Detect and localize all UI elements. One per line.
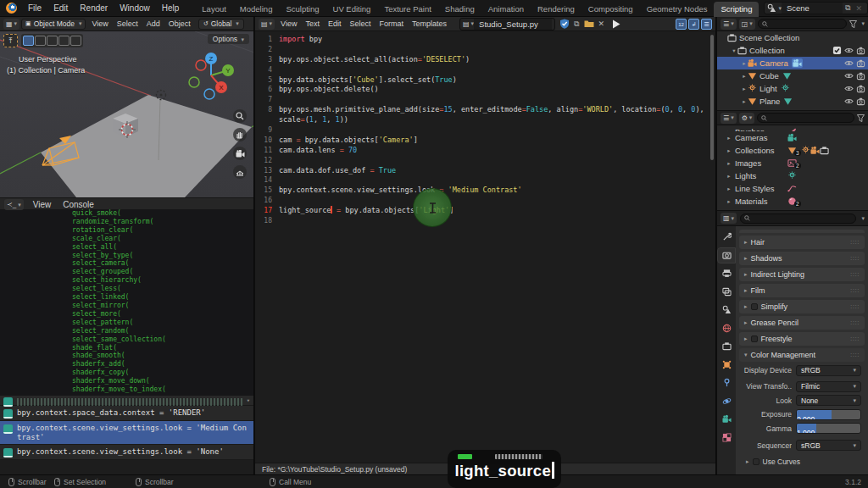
copy-icon[interactable]: ⧉ bbox=[843, 3, 853, 13]
autocomplete-suggestion[interactable]: quick_smoke( bbox=[0, 209, 253, 218]
scene-selector[interactable]: ▾ Scene ⧉ ✕ bbox=[764, 2, 868, 14]
expand-icon[interactable]: ▸ bbox=[726, 160, 732, 167]
panel-checkbox[interactable] bbox=[751, 336, 758, 342]
info-log-row[interactable]: bpy.context.scene.view_settings.look = '… bbox=[0, 445, 253, 460]
data-row-lights[interactable]: ▸Lights bbox=[717, 169, 868, 182]
checkbox-icon[interactable] bbox=[832, 46, 842, 55]
grid-toggle-icon[interactable] bbox=[233, 165, 247, 179]
autocomplete-suggestion[interactable]: shade_flat( bbox=[0, 344, 253, 352]
autocomplete-suggestion[interactable]: select_pattern( bbox=[0, 319, 253, 327]
viewport-menu-select[interactable]: Select bbox=[113, 19, 142, 28]
properties-tab-output-icon[interactable] bbox=[718, 266, 735, 280]
outliner-row-scene-collection[interactable]: Scene Collection bbox=[717, 31, 868, 44]
navigation-gizmo[interactable]: Z Y X bbox=[184, 50, 238, 104]
editor-type-3d-viewport-icon[interactable]: ▦▾ bbox=[3, 19, 19, 30]
autocomplete-suggestion[interactable]: select_hierarchy( bbox=[0, 276, 253, 285]
code-line[interactable]: 17light_source = bpy.data.objects['Light… bbox=[255, 206, 715, 216]
console-menu-console[interactable]: Console bbox=[57, 200, 100, 209]
code-line[interactable]: 10cam = bpy.data.objects['Camera'] bbox=[255, 136, 715, 146]
orientation-dropdown[interactable]: ↺ Global▾ bbox=[198, 19, 244, 30]
workspace-tab-sculpting[interactable]: Sculpting bbox=[279, 2, 326, 17]
look-dropdown[interactable]: None▾ bbox=[796, 395, 861, 406]
select-tool-button[interactable]: ⤒ bbox=[3, 34, 18, 47]
properties-tab-world-icon[interactable] bbox=[718, 321, 735, 336]
properties-tab-scene-icon[interactable] bbox=[718, 302, 735, 317]
workspace-tab-layout[interactable]: Layout bbox=[195, 2, 233, 17]
filter-icon[interactable] bbox=[857, 114, 865, 122]
info-log-row[interactable]: bpy.context.space_data.context = 'RENDER… bbox=[0, 406, 253, 421]
code-line[interactable]: 1import bpy bbox=[255, 35, 715, 45]
menu-window[interactable]: Window bbox=[114, 3, 156, 13]
outliner-row-camera[interactable]: ▸Camera bbox=[717, 57, 868, 69]
panel-performance[interactable]: ▸Performance:::: bbox=[739, 230, 865, 234]
select-mode-buttons[interactable] bbox=[21, 34, 83, 47]
panel-indirect-lighting[interactable]: ▸Indirect Lighting:::: bbox=[739, 268, 865, 282]
code-line[interactable]: 11cam.data.lens = 70 bbox=[255, 146, 715, 156]
word-wrap-toggle-icon[interactable]: ↲ bbox=[688, 19, 699, 30]
menu-edit[interactable]: Edit bbox=[47, 3, 74, 13]
autocomplete-suggestion[interactable]: select_camera( bbox=[0, 259, 253, 268]
autocomplete-suggestion[interactable]: shade_smooth( bbox=[0, 352, 253, 360]
properties-tab-physics-icon[interactable] bbox=[718, 394, 735, 408]
viewport-canvas[interactable]: ⤒ Options ▾ User Perspective (1) Collect… bbox=[0, 31, 253, 197]
panel-grease-pencil[interactable]: ▸Grease Pencil:::: bbox=[739, 316, 865, 330]
folder-open-icon[interactable] bbox=[584, 19, 594, 28]
options-dropdown[interactable]: Options ▾ bbox=[208, 34, 249, 44]
expand-icon[interactable]: ▸ bbox=[726, 186, 732, 192]
pan-hand-icon[interactable] bbox=[233, 128, 247, 141]
workspace-tab-animation[interactable]: Animation bbox=[481, 2, 531, 17]
code-area[interactable]: 1import bpy23bpy.ops.object.select_all(a… bbox=[255, 31, 715, 463]
text-menu-view[interactable]: View bbox=[276, 19, 301, 28]
text-menu-select[interactable]: Select bbox=[345, 19, 375, 28]
code-line[interactable]: 12 bbox=[255, 156, 715, 166]
outliner-search-input[interactable] bbox=[758, 19, 848, 29]
panel-hair[interactable]: ▸Hair:::: bbox=[739, 236, 865, 250]
panel-simplify[interactable]: ▸Simplify:::: bbox=[739, 300, 865, 314]
expand-icon[interactable]: ▸ bbox=[741, 60, 748, 67]
autocomplete-suggestion[interactable]: scale_clear( bbox=[0, 235, 253, 243]
info-log-row[interactable]: bpy.context.scene.view_settings.look = '… bbox=[0, 421, 253, 445]
run-script-icon[interactable] bbox=[612, 19, 620, 29]
blender-logo-icon[interactable] bbox=[6, 3, 17, 14]
data-row-cameras[interactable]: ▸Cameras bbox=[717, 131, 868, 144]
data-row-brushes[interactable]: ▸Brushes4 bbox=[717, 125, 868, 131]
autocomplete-suggestion[interactable]: shaderfx_copy( bbox=[0, 369, 253, 377]
autocomplete-suggestion[interactable]: shaderfx_add( bbox=[0, 360, 253, 369]
data-row-collections[interactable]: ▸Collections3 bbox=[717, 144, 868, 157]
autocomplete-suggestion[interactable]: shaderfx_move_down( bbox=[0, 377, 253, 385]
circle-select-icon[interactable] bbox=[47, 36, 58, 46]
exposure-slider[interactable]: 0.000 bbox=[796, 409, 861, 420]
copy-icon[interactable]: ⧉ bbox=[571, 19, 581, 29]
workspace-tab-geometry-nodes[interactable]: Geometry Nodes bbox=[640, 2, 715, 17]
mesh-data-icon[interactable] bbox=[783, 97, 793, 106]
line-numbers-toggle-icon[interactable]: 12 bbox=[676, 19, 687, 30]
view-transform-dropdown[interactable]: Filmic▾ bbox=[796, 381, 861, 392]
panel-color-management[interactable]: ▾ Color Management :::: bbox=[739, 348, 865, 363]
menu-help[interactable]: Help bbox=[156, 3, 186, 13]
data-search-input[interactable] bbox=[757, 113, 854, 123]
viewport-menu-add[interactable]: Add bbox=[142, 19, 164, 28]
autocomplete-suggestion[interactable]: select_same_collection( bbox=[0, 336, 253, 344]
use-curves-checkbox[interactable] bbox=[753, 458, 760, 465]
code-line[interactable]: 18 bbox=[255, 216, 715, 226]
text-menu-edit[interactable]: Edit bbox=[324, 19, 346, 28]
display-device-dropdown[interactable]: sRGB▾ bbox=[796, 365, 861, 376]
gamma-slider[interactable]: 1.000 bbox=[796, 423, 861, 434]
editor-type-console-icon[interactable]: ≺_▾ bbox=[4, 199, 24, 210]
viewport-menu-view[interactable]: View bbox=[87, 19, 112, 28]
workspace-tab-rendering[interactable]: Rendering bbox=[531, 2, 581, 17]
outliner-row-plane[interactable]: ▸Plane bbox=[717, 95, 868, 108]
properties-tab-object-icon[interactable] bbox=[718, 358, 735, 372]
hide-eye-icon[interactable] bbox=[844, 84, 854, 93]
editor-scrollbar[interactable] bbox=[710, 35, 714, 160]
editor-type-properties-icon[interactable]: ▥▾ bbox=[721, 213, 737, 224]
workspace-tab-scripting[interactable]: Scripting bbox=[714, 2, 759, 17]
panel-film[interactable]: ▸Film:::: bbox=[739, 284, 865, 298]
mode-dropdown[interactable]: ▣ Object Mode▾ bbox=[21, 19, 86, 30]
expand-icon[interactable]: ▸ bbox=[726, 135, 732, 141]
code-line[interactable]: 5bpy.data.objects['Cube'].select_set(Tru… bbox=[255, 75, 715, 86]
code-line[interactable]: 6bpy.ops.object.delete() bbox=[255, 85, 715, 95]
text-menu-templates[interactable]: Templates bbox=[408, 19, 451, 28]
editor-type-outliner-icon[interactable]: ☰▾ bbox=[721, 19, 737, 30]
autocomplete-suggestion[interactable]: select_all( bbox=[0, 243, 253, 252]
